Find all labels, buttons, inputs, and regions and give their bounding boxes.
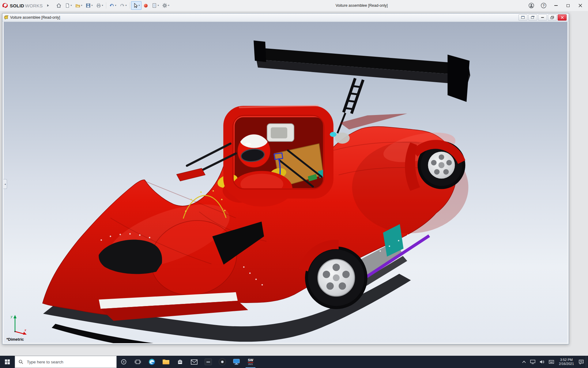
maximize-icon: [567, 4, 570, 7]
search-input[interactable]: [26, 359, 113, 365]
taskbar-app-edge[interactable]: [145, 356, 159, 368]
cortana-button[interactable]: [117, 356, 131, 368]
orientation-triad[interactable]: y x: [8, 314, 28, 335]
assembly-document-icon: [4, 15, 9, 20]
rear-right-wheel: [405, 140, 465, 191]
file-explorer-icon: [163, 359, 169, 364]
taskbar-app-file-explorer[interactable]: [159, 356, 173, 368]
dropdown-caret[interactable]: ▾: [126, 4, 127, 7]
dropdown-caret[interactable]: ▾: [71, 4, 72, 7]
volume-icon: [540, 360, 545, 364]
minimize-icon: [554, 5, 558, 6]
window-icon: [521, 16, 525, 19]
account-button[interactable]: [526, 1, 537, 10]
taskbar-app-dark-tile[interactable]: [201, 356, 215, 368]
restore-icon: [551, 16, 554, 19]
taskbar-app-monitor[interactable]: [229, 356, 243, 368]
app-window-title: Voiture assemblee [Read-only]: [336, 3, 388, 8]
dropdown-caret[interactable]: ▾: [139, 4, 140, 7]
doc-window-icon-b-button[interactable]: [528, 14, 537, 21]
brand-text-bold: SOLID: [10, 3, 24, 8]
redo-button[interactable]: ▾: [118, 1, 128, 10]
solidworks-brand: SOLIDWORKS: [10, 3, 43, 8]
home-button[interactable]: [55, 1, 63, 10]
taskbar-app-round[interactable]: [215, 356, 229, 368]
mail-icon: [191, 359, 198, 365]
edge-browser-icon: [148, 358, 156, 366]
save-icon: [85, 3, 91, 8]
feature-panel-collapse-tab[interactable]: ◂: [3, 179, 7, 189]
doc-window-icon-a-button[interactable]: [518, 14, 527, 21]
windows-logo-icon: [5, 359, 10, 364]
doc-close-button[interactable]: [558, 14, 567, 21]
dark-app-icon: [205, 358, 212, 365]
select-tool-button[interactable]: ▾: [131, 1, 141, 10]
tray-volume-button[interactable]: [537, 356, 547, 368]
taskbar-app-solidworks[interactable]: SW 2021: [243, 356, 258, 368]
close-icon: [579, 4, 582, 7]
hidden-icons-button[interactable]: [520, 356, 528, 368]
action-center-button[interactable]: [577, 356, 586, 368]
new-document-button[interactable]: ▾: [63, 1, 74, 10]
toolbar-separator: [106, 2, 106, 9]
brand-expand-arrow-icon[interactable]: [47, 4, 49, 7]
new-document-icon: [65, 3, 70, 8]
dropdown-caret[interactable]: ▾: [81, 4, 82, 7]
red-ball-icon: [143, 3, 149, 8]
show-desktop-button[interactable]: [586, 356, 588, 368]
chevron-up-icon: [522, 361, 526, 363]
taskbar-app-store[interactable]: [173, 356, 187, 368]
undo-icon: [109, 3, 115, 8]
help-button[interactable]: ?: [538, 1, 549, 10]
dropdown-caret[interactable]: ▾: [168, 4, 169, 7]
brand-text-light: WORKS: [25, 3, 43, 8]
app-maximize-button[interactable]: [562, 1, 574, 10]
home-icon: [56, 3, 62, 8]
keyboard-icon: [549, 360, 554, 364]
settings-gear-icon: [162, 3, 168, 8]
tray-display-button[interactable]: [528, 356, 537, 368]
print-button[interactable]: ▾: [94, 1, 105, 10]
display-icon: [530, 360, 535, 364]
select-cursor-icon: [133, 3, 138, 8]
notifications-icon: [579, 360, 584, 364]
clock-time: 3:52 PM: [559, 358, 574, 362]
settings-button[interactable]: ▾: [160, 1, 171, 10]
dropdown-caret[interactable]: ▾: [115, 4, 116, 7]
document-window: Voiture assemblee [Read-only]: [2, 13, 569, 344]
print-icon: [96, 3, 101, 8]
rear-view-mirror: [267, 124, 294, 141]
view-orientation-label: *Dimetric: [6, 337, 24, 342]
red-ball-button[interactable]: [141, 1, 150, 10]
app-titlebar: SOLIDWORKS ▾ ▾ ▾ ▾: [0, 0, 588, 11]
dropdown-caret[interactable]: ▾: [158, 4, 159, 7]
round-app-icon: [219, 358, 226, 366]
car-model[interactable]: [3, 21, 568, 343]
design-binder-button[interactable]: ▾: [150, 1, 160, 10]
dropdown-caret[interactable]: ▾: [102, 4, 103, 7]
account-icon: [528, 2, 534, 9]
taskbar-clock[interactable]: 3:52 PM 2/16/2021: [556, 358, 577, 366]
redo-icon: [119, 3, 125, 8]
task-view-button[interactable]: [131, 356, 145, 368]
doc-restore-button[interactable]: [548, 14, 557, 21]
cortana-icon: [121, 359, 127, 365]
open-button[interactable]: ▾: [74, 1, 84, 10]
doc-minimize-button[interactable]: [538, 14, 547, 21]
solidworks-app-icon: SW 2021: [248, 358, 253, 365]
desktop: { "app": { "brand": {"bold": "SOLID", "l…: [0, 0, 588, 368]
undo-button[interactable]: ▾: [107, 1, 118, 10]
document-titlebar[interactable]: Voiture assemblee [Read-only]: [2, 13, 569, 21]
dropdown-caret[interactable]: ▾: [92, 4, 93, 7]
taskbar-search[interactable]: [15, 356, 117, 368]
tray-keyboard-button[interactable]: [547, 356, 556, 368]
start-button[interactable]: [0, 356, 15, 368]
task-view-icon: [135, 359, 141, 365]
open-folder-icon: [75, 3, 81, 8]
document-title: Voiture assemblee [Read-only]: [10, 15, 60, 20]
app-minimize-button[interactable]: [550, 1, 562, 10]
app-close-button[interactable]: [575, 1, 586, 10]
graphics-area[interactable]: y x *Dimetric ◂: [3, 21, 568, 343]
save-button[interactable]: ▾: [84, 1, 94, 10]
taskbar-app-mail[interactable]: [187, 356, 201, 368]
